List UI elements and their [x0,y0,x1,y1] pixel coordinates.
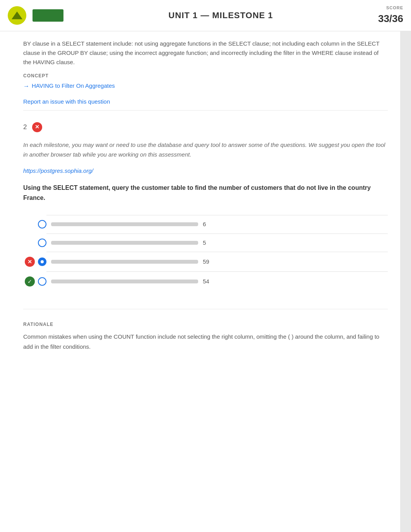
option-bar-4 [51,280,198,283]
radio-btn-1[interactable] [38,220,46,228]
logo-circle [8,6,26,25]
option-icons-3: ✕ [23,257,46,267]
question-section: 2 ✕ In each milestone, you may want or n… [23,111,388,309]
side-panel [400,0,411,532]
option-value-3: 59 [203,257,214,266]
question-intro-text: In each milestone, you may want or need … [23,140,388,160]
concept-link-text: HAVING to Filter On Aggregates [32,82,115,90]
answer-option-2[interactable]: 5 [23,235,388,251]
option-bar-1 [51,222,198,226]
answer-divider-2 [46,234,388,234]
header-title-block: UNIT 1 — MILESTONE 1 [70,9,372,22]
answer-option-1[interactable]: 6 [23,217,388,232]
page-wrapper: UNIT 1 — MILESTONE 1 SCORE 33/36 BY clau… [0,0,411,532]
question-url-link[interactable]: https://postgres.sophia.org/ [23,167,388,176]
option-bar-3 [51,260,198,264]
option-icons-2 [23,239,46,247]
question-status-wrong-icon: ✕ [32,122,42,132]
score-label: SCORE [378,5,403,11]
option-icons-1 [23,220,46,228]
question-text: Using the SELECT statement, query the cu… [23,183,388,203]
logo-shape [12,12,22,19]
prior-section: BY clause in a SELECT statement include:… [23,31,388,111]
rationale-text: Common mistakes when using the COUNT fun… [23,332,388,351]
option-icons-4: ✓ [23,276,46,286]
prior-body-text: BY clause in a SELECT statement include:… [23,39,388,67]
option-value-2: 5 [203,239,214,247]
answer-divider-1 [46,215,388,215]
concept-link[interactable]: → HAVING to Filter On Aggregates [23,82,388,91]
answer-divider-4 [46,271,388,272]
answer-option-4[interactable]: ✓ 54 [23,273,388,290]
answer-option-3[interactable]: ✕ 59 [23,254,388,270]
answer-options: 6 5 ✕ [23,213,388,290]
radio-btn-3[interactable] [38,257,46,266]
rationale-section: RATIONALE Common mistakes when using the… [23,309,388,359]
concept-label: CONCEPT [23,72,388,79]
arrow-icon: → [23,82,29,91]
logo-block [33,9,63,22]
radio-btn-4[interactable] [38,277,46,286]
header-bar: UNIT 1 — MILESTONE 1 SCORE 33/36 [0,0,411,31]
option-correct-icon-4: ✓ [25,276,35,286]
rationale-label: RATIONALE [23,321,388,328]
header-score-block: SCORE 33/36 [378,5,403,26]
answer-divider-3 [46,252,388,252]
header-title: UNIT 1 — MILESTONE 1 [70,9,372,22]
main-content: BY clause in a SELECT statement include:… [0,31,411,375]
option-value-1: 6 [203,220,214,229]
option-wrong-icon-3: ✕ [25,257,35,267]
report-issue-link[interactable]: Report an issue with this question [23,98,110,105]
option-bar-2 [51,241,198,245]
question-header: 2 ✕ [23,122,388,132]
score-value: 33/36 [378,11,403,26]
option-value-4: 54 [203,277,214,286]
radio-btn-2[interactable] [38,239,46,247]
question-number: 2 [23,122,27,132]
